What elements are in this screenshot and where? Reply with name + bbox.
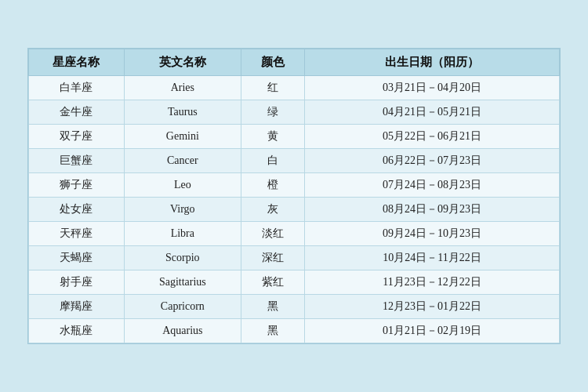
cell-chinese: 天蝎座: [29, 246, 125, 270]
table-row: 双子座Gemini黄05月22日－06月21日: [29, 125, 560, 149]
cell-color: 黑: [241, 319, 304, 343]
cell-english: Leo: [124, 173, 241, 198]
cell-color: 白: [241, 149, 304, 173]
cell-color: 淡红: [241, 222, 304, 246]
cell-chinese: 处女座: [29, 198, 125, 222]
cell-date: 06月22日－07月23日: [305, 149, 560, 173]
cell-color: 橙: [241, 173, 304, 198]
cell-english: Sagittarius: [124, 270, 241, 295]
table-body: 白羊座Aries红03月21日－04月20日金牛座Taurus绿04月21日－0…: [29, 76, 560, 343]
cell-chinese: 射手座: [29, 270, 125, 295]
cell-chinese: 狮子座: [29, 173, 125, 198]
cell-english: Aquarius: [124, 319, 241, 343]
table-row: 天秤座Libra淡红09月24日－10月23日: [29, 222, 560, 246]
cell-english: Scorpio: [124, 246, 241, 270]
table-header-row: 星座名称 英文名称 颜色 出生日期（阳历）: [29, 49, 560, 76]
zodiac-table-container: 星座名称 英文名称 颜色 出生日期（阳历） 白羊座Aries红03月21日－04…: [27, 48, 561, 344]
cell-color: 黄: [241, 125, 304, 149]
table-row: 白羊座Aries红03月21日－04月20日: [29, 76, 560, 100]
cell-color: 红: [241, 76, 304, 100]
cell-color: 深红: [241, 246, 304, 270]
cell-color: 绿: [241, 100, 304, 125]
cell-english: Gemini: [124, 125, 241, 149]
cell-date: 07月24日－08月23日: [305, 173, 560, 198]
cell-date: 05月22日－06月21日: [305, 125, 560, 149]
header-color: 颜色: [241, 49, 304, 76]
cell-english: Capricorn: [124, 295, 241, 319]
table-row: 天蝎座Scorpio深红10月24日－11月22日: [29, 246, 560, 270]
header-chinese: 星座名称: [29, 49, 125, 76]
header-date: 出生日期（阳历）: [305, 49, 560, 76]
cell-color: 紫红: [241, 270, 304, 295]
cell-english: Aries: [124, 76, 241, 100]
cell-date: 09月24日－10月23日: [305, 222, 560, 246]
cell-date: 08月24日－09月23日: [305, 198, 560, 222]
cell-color: 灰: [241, 198, 304, 222]
cell-date: 04月21日－05月21日: [305, 100, 560, 125]
cell-english: Virgo: [124, 198, 241, 222]
cell-date: 10月24日－11月22日: [305, 246, 560, 270]
cell-chinese: 白羊座: [29, 76, 125, 100]
table-row: 射手座Sagittarius紫红11月23日－12月22日: [29, 270, 560, 295]
cell-english: Libra: [124, 222, 241, 246]
cell-chinese: 金牛座: [29, 100, 125, 125]
cell-english: Taurus: [124, 100, 241, 125]
table-row: 水瓶座Aquarius黑01月21日－02月19日: [29, 319, 560, 343]
table-row: 狮子座Leo橙07月24日－08月23日: [29, 173, 560, 198]
table-row: 处女座Virgo灰08月24日－09月23日: [29, 198, 560, 222]
cell-chinese: 摩羯座: [29, 295, 125, 319]
cell-date: 01月21日－02月19日: [305, 319, 560, 343]
table-row: 金牛座Taurus绿04月21日－05月21日: [29, 100, 560, 125]
cell-date: 11月23日－12月22日: [305, 270, 560, 295]
header-english: 英文名称: [124, 49, 241, 76]
zodiac-table: 星座名称 英文名称 颜色 出生日期（阳历） 白羊座Aries红03月21日－04…: [28, 49, 560, 343]
table-row: 摩羯座Capricorn黑12月23日－01月22日: [29, 295, 560, 319]
cell-chinese: 水瓶座: [29, 319, 125, 343]
cell-date: 03月21日－04月20日: [305, 76, 560, 100]
cell-color: 黑: [241, 295, 304, 319]
cell-date: 12月23日－01月22日: [305, 295, 560, 319]
cell-chinese: 巨蟹座: [29, 149, 125, 173]
cell-chinese: 双子座: [29, 125, 125, 149]
cell-english: Cancer: [124, 149, 241, 173]
cell-chinese: 天秤座: [29, 222, 125, 246]
table-row: 巨蟹座Cancer白06月22日－07月23日: [29, 149, 560, 173]
